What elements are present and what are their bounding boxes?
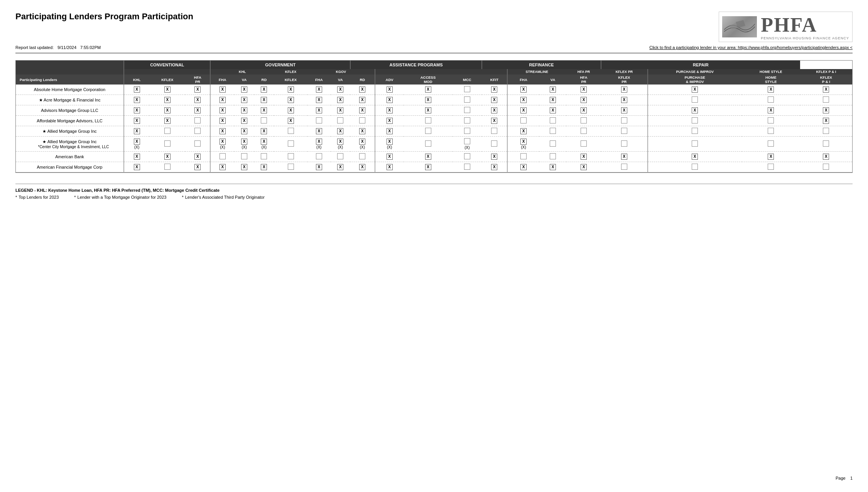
cell-kfit: X bbox=[482, 116, 507, 126]
checkbox-checked: X bbox=[241, 164, 247, 170]
report-link-section[interactable]: Click to find a participating lender in … bbox=[649, 45, 853, 50]
checkbox-empty bbox=[316, 153, 322, 159]
cell-conv-kflex: X bbox=[149, 85, 185, 95]
checkbox-checked: X bbox=[823, 154, 829, 160]
checkbox-empty bbox=[621, 128, 627, 134]
th-lenders-group bbox=[16, 61, 124, 69]
cell-kfit bbox=[482, 126, 507, 137]
checkbox-checked: X bbox=[134, 128, 140, 134]
cell-purchase bbox=[648, 116, 742, 126]
sub-note: (X) bbox=[360, 145, 365, 149]
checkbox-checked: X bbox=[288, 118, 294, 124]
cell-kfit bbox=[482, 137, 507, 152]
cell-kgov-rd: X bbox=[350, 95, 375, 105]
lender-name-cell: ★ Acre Mortgage & Financial Inc bbox=[16, 95, 124, 105]
cell-mcc bbox=[453, 95, 482, 105]
sub-note: (X) bbox=[241, 145, 247, 149]
cell-kflex-pi: X bbox=[800, 105, 852, 116]
checkbox-checked: X bbox=[491, 86, 497, 93]
th-col-access-mod: ACCESSMOD bbox=[404, 74, 452, 85]
checkbox-checked: X bbox=[387, 139, 393, 145]
logo-image bbox=[722, 16, 757, 37]
cell-home-style bbox=[742, 116, 800, 126]
cell-conv-kflex bbox=[149, 162, 185, 172]
cell-conv-kflex bbox=[149, 126, 185, 137]
cell-str-va bbox=[539, 126, 566, 137]
checkbox-empty bbox=[621, 117, 627, 123]
cell-kgov-rd bbox=[350, 152, 375, 162]
th-col-kflex-pr: KFLEXPR bbox=[601, 74, 647, 85]
cell-conv-kflex: X bbox=[149, 105, 185, 116]
cell-access-mod bbox=[404, 116, 452, 126]
cell-conv-khl: X bbox=[124, 95, 149, 105]
cell-kflex-pr bbox=[601, 162, 647, 172]
checkbox-checked: X bbox=[194, 154, 201, 160]
cell-gov-rd bbox=[254, 152, 274, 162]
checkbox-checked: X bbox=[621, 107, 627, 113]
cell-access-mod: X bbox=[404, 152, 452, 162]
cell-conv-khl: X bbox=[124, 126, 149, 137]
checkbox-empty bbox=[823, 128, 829, 134]
checkbox-checked: X bbox=[220, 97, 226, 103]
cell-conv-kflex: X bbox=[149, 152, 185, 162]
checkbox-checked: X bbox=[316, 139, 322, 145]
checkbox-empty bbox=[768, 140, 774, 147]
checkbox-empty bbox=[288, 128, 294, 134]
checkbox-checked: X bbox=[316, 86, 322, 93]
checkbox-checked: X bbox=[164, 86, 171, 93]
checkbox-empty bbox=[464, 153, 470, 159]
checkbox-checked: X bbox=[425, 164, 431, 170]
cell-access-mod: X bbox=[404, 85, 452, 95]
checkbox-checked: X bbox=[621, 86, 627, 93]
checkbox-checked: X bbox=[520, 97, 527, 103]
cell-kgov-va: X bbox=[331, 162, 350, 172]
cell-conv-khl: X(X) bbox=[124, 137, 149, 152]
checkbox-empty bbox=[194, 117, 201, 123]
th-ref-hfapr-sub: HFA PR bbox=[566, 69, 601, 74]
checkbox-checked: X bbox=[220, 107, 226, 113]
lender-name: American Bank bbox=[55, 154, 84, 159]
checkbox-empty bbox=[581, 140, 587, 147]
cell-gov-fha: X bbox=[210, 126, 234, 137]
cell-kgov-va bbox=[331, 116, 350, 126]
checkbox-checked: X bbox=[520, 128, 527, 134]
th-rep-kflex-sub: KFLEX P & I bbox=[800, 69, 852, 74]
checkbox-empty bbox=[194, 140, 201, 147]
cell-home-style bbox=[742, 137, 800, 152]
cell-conv-hfapr: X bbox=[185, 152, 210, 162]
cell-conv-hfapr: X bbox=[185, 105, 210, 116]
checkbox-checked: X bbox=[220, 86, 226, 93]
lender-name: Allied Mortgage Group Inc bbox=[47, 129, 97, 134]
participating-lenders-link[interactable]: Click to find a participating lender in … bbox=[649, 45, 853, 50]
checkbox-checked: X bbox=[337, 86, 343, 93]
cell-gov-kflex bbox=[274, 152, 307, 162]
checkbox-checked: X bbox=[425, 86, 431, 93]
cell-kgov-fha: X bbox=[307, 85, 331, 95]
cell-conv-khl: X bbox=[124, 162, 149, 172]
checkbox-empty bbox=[692, 117, 698, 123]
checkbox-checked: X bbox=[491, 118, 497, 124]
cell-kflex-pi: X bbox=[800, 152, 852, 162]
cell-str-va bbox=[539, 116, 566, 126]
checkbox-checked: X bbox=[387, 164, 393, 170]
checkbox-empty bbox=[768, 117, 774, 123]
cell-purchase: X bbox=[648, 152, 742, 162]
checkbox-empty bbox=[464, 107, 470, 113]
th-refinance-group: REFINANCE bbox=[482, 61, 601, 69]
cell-kflex-pi bbox=[800, 162, 852, 172]
cell-gov-rd: X bbox=[254, 95, 274, 105]
cell-adv: X bbox=[375, 105, 404, 116]
star-icon: ★ bbox=[42, 139, 47, 144]
cell-conv-hfapr bbox=[185, 137, 210, 152]
checkbox-checked: X bbox=[823, 107, 829, 113]
cell-kfit: X bbox=[482, 105, 507, 116]
checkbox-checked: X bbox=[194, 107, 201, 113]
lender-name: Affordable Mortgage Advisors, LLC bbox=[37, 118, 102, 123]
checkbox-empty bbox=[288, 153, 294, 159]
legend-star-3: * bbox=[182, 195, 183, 200]
checkbox-empty bbox=[164, 128, 171, 134]
cell-adv: X(X) bbox=[375, 137, 404, 152]
legend-item-2: * Lender with a Top Mortgage Originator … bbox=[74, 195, 166, 200]
checkbox-empty bbox=[520, 117, 527, 123]
cell-conv-hfapr: X bbox=[185, 85, 210, 95]
